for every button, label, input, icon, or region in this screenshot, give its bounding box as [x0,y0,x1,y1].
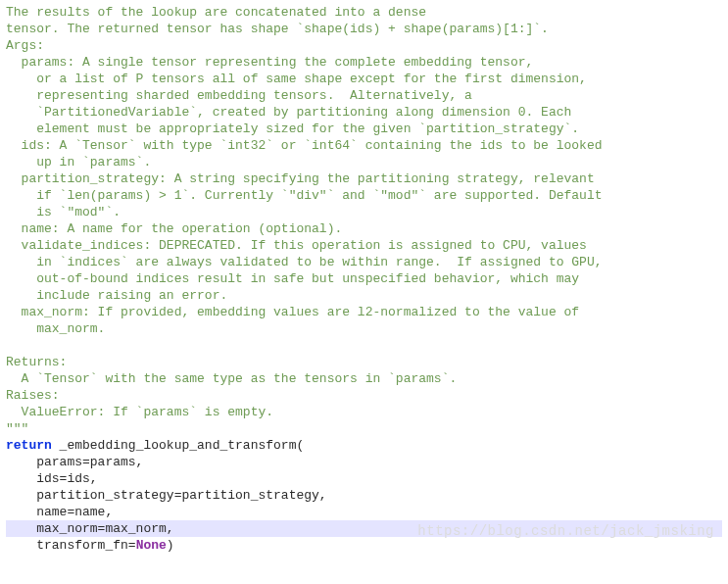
docstring-line: is `"mod"`. [6,205,121,219]
arg-line: transform_fn= [6,538,136,553]
docstring-line: Args: [6,38,44,53]
docstring-line: max_norm. [6,321,105,336]
arg-line: name=name, [6,505,113,519]
docstring-line: include raising an error. [6,288,227,303]
docstring-line: Raises: [6,388,60,403]
keyword-return: return [6,438,52,453]
highlighted-line: max_norm=max_norm, [6,520,722,537]
docstring-line: element must be appropriately sized for … [6,122,579,136]
docstring-line: up in `params`. [6,155,151,170]
arg-line: partition_strategy=partition_strategy, [6,488,327,503]
docstring-line: A `Tensor` with the same type as the ten… [6,371,457,386]
docstring-line: ValueError: If `params` is empty. [6,405,273,419]
code-block: The results of the lookup are concatenat… [6,4,722,554]
docstring-line: max_norm: If provided, embedding values … [6,305,579,319]
docstring-line: in `indices` are always validated to be … [6,255,603,269]
docstring-line: validate_indices: DEPRECATED. If this op… [6,238,587,253]
arg-line: params=params, [6,455,143,469]
arg-line: max_norm=max_norm, [6,521,174,536]
paren-close: ) [167,538,174,553]
arg-line: ids=ids, [6,471,98,486]
docstring-line: partition_strategy: A string specifying … [6,171,595,186]
docstring-line: The results of the lookup are concatenat… [6,5,426,20]
docstring-line: name: A name for the operation (optional… [6,221,342,236]
docstring-line: tensor. The returned tensor has shape `s… [6,22,549,36]
const-none: None [136,538,167,553]
call-fn: _embedding_lookup_and_transform( [52,438,304,453]
docstring-line: representing sharded embedding tensors. … [6,88,472,103]
docstring-line: out-of-bound indices result in safe but … [6,271,579,286]
docstring-line: params: A single tensor representing the… [6,55,533,70]
docstring-line: `PartitionedVariable`, created by partit… [6,105,571,120]
docstring-line: ids: A `Tensor` with type `int32` or `in… [6,138,603,153]
docstring-line: Returns: [6,355,67,369]
docstring-line: or a list of P tensors all of same shape… [6,72,587,86]
docstring-end: """ [6,421,28,436]
docstring-line: if `len(params) > 1`. Currently `"div"` … [6,188,603,203]
